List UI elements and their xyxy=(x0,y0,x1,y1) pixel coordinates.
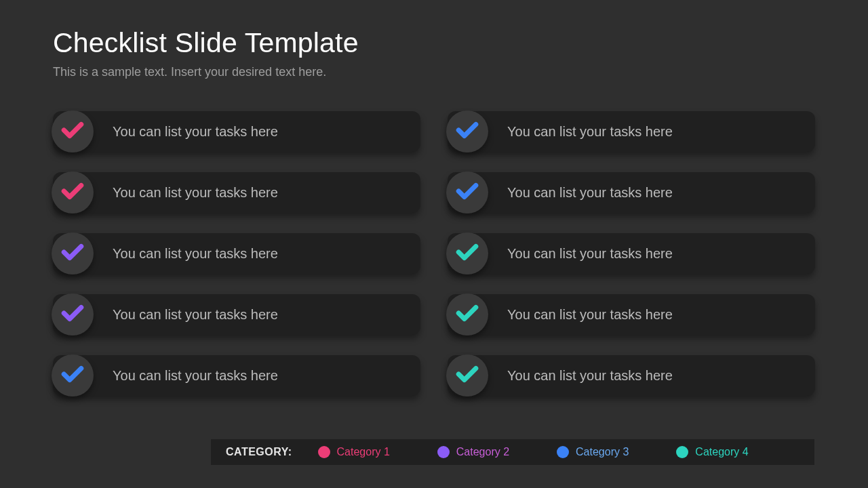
legend-item: Category 4 xyxy=(676,446,748,458)
checklist-item-label: You can list your tasks here xyxy=(507,307,673,323)
legend-dot-icon xyxy=(437,446,450,458)
check-icon xyxy=(456,302,479,327)
check-icon xyxy=(61,363,84,388)
check-circle xyxy=(446,232,488,274)
check-icon xyxy=(456,363,479,388)
checklist-item-label: You can list your tasks here xyxy=(113,368,278,384)
check-icon xyxy=(61,302,84,327)
check-icon xyxy=(456,180,479,205)
checklist-grid: You can list your tasks here You can lis… xyxy=(53,111,815,396)
slide-title: Checklist Slide Template xyxy=(53,27,359,59)
checklist-item-label: You can list your tasks here xyxy=(507,246,673,262)
checklist-item-label: You can list your tasks here xyxy=(507,368,673,384)
checklist-item-label: You can list your tasks here xyxy=(113,307,278,323)
checklist-item-label: You can list your tasks here xyxy=(113,185,278,201)
legend-dot-icon xyxy=(318,446,330,458)
check-icon xyxy=(456,241,479,266)
checklist-item: You can list your tasks here xyxy=(448,355,815,396)
check-circle xyxy=(52,354,94,396)
checklist-item-label: You can list your tasks here xyxy=(113,124,278,140)
legend-dot-icon xyxy=(557,446,569,458)
checklist-item: You can list your tasks here xyxy=(53,355,420,396)
check-circle xyxy=(446,354,488,396)
check-circle xyxy=(446,110,488,152)
checklist-item-label: You can list your tasks here xyxy=(507,185,673,201)
slide-subtitle: This is a sample text. Insert your desir… xyxy=(53,65,326,79)
checklist-item: You can list your tasks here xyxy=(53,172,420,213)
check-icon xyxy=(61,119,84,144)
check-icon xyxy=(61,241,84,266)
legend-item-label: Category 1 xyxy=(337,446,390,458)
legend-dot-icon xyxy=(676,446,688,458)
legend-item-label: Category 4 xyxy=(695,446,748,458)
legend-item: Category 3 xyxy=(557,446,629,458)
checklist-item-label: You can list your tasks here xyxy=(113,246,278,262)
check-circle xyxy=(52,293,94,336)
check-circle xyxy=(446,171,488,214)
legend-bar: CATEGORY: Category 1 Category 2 Category… xyxy=(211,439,814,465)
checklist-item: You can list your tasks here xyxy=(53,294,420,335)
check-circle xyxy=(52,110,94,152)
legend-label: CATEGORY: xyxy=(226,446,292,458)
check-icon xyxy=(61,180,84,205)
legend-item: Category 2 xyxy=(437,446,509,458)
legend-item: Category 1 xyxy=(318,446,390,458)
checklist-item: You can list your tasks here xyxy=(53,233,420,274)
legend-item-label: Category 3 xyxy=(576,446,629,458)
checklist-item-label: You can list your tasks here xyxy=(507,124,673,140)
checklist-item: You can list your tasks here xyxy=(448,233,815,274)
checklist-item: You can list your tasks here xyxy=(53,111,420,152)
checklist-item: You can list your tasks here xyxy=(448,172,815,213)
check-circle xyxy=(52,171,94,214)
legend-item-label: Category 2 xyxy=(456,446,509,458)
checklist-item: You can list your tasks here xyxy=(448,111,815,152)
check-icon xyxy=(456,119,479,144)
checklist-item: You can list your tasks here xyxy=(448,294,815,335)
check-circle xyxy=(446,293,488,336)
check-circle xyxy=(52,232,94,274)
